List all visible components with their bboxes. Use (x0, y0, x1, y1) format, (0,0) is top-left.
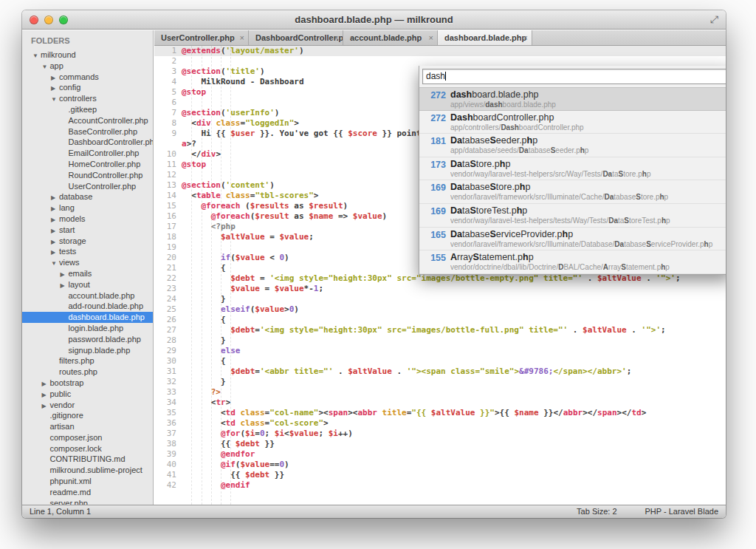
tab-close-icon[interactable]: × (240, 30, 244, 45)
tree-file-filters-php[interactable]: filters.php (22, 355, 153, 366)
code-line-36: 36 <td class="col-score"> (154, 418, 718, 429)
result-filepath: vendor/laravel/framework/src/Illuminate/… (450, 193, 725, 202)
code-line-1: 1@extends('layout/master') (154, 46, 718, 56)
goto-result-1[interactable]: 272dashboard.blade.phpapp/views/dashboar… (419, 87, 726, 111)
goto-result-3[interactable]: 181DatabaseSeeder.phpapp/database/seeds/… (419, 134, 726, 157)
tree-file-basecontroller-php[interactable]: BaseController.php (22, 126, 153, 137)
tab-size-label[interactable]: Tab Size: 2 (577, 505, 616, 518)
tree-item-label: commands (59, 72, 99, 81)
tab-dashboard-blade-php[interactable]: dashboard.blade.php× (438, 30, 532, 45)
tree-file-milkround-sublime-project[interactable]: milkround.sublime-project (22, 465, 153, 476)
tree-folder-models[interactable]: ▶models (22, 214, 153, 225)
title-bar[interactable]: dashboard.blade.php — milkround ⤢ (22, 10, 726, 30)
window-title: dashboard.blade.php — milkround (22, 14, 726, 25)
tree-file-dashboardcontroller-php[interactable]: DashboardController.php (22, 137, 153, 148)
tree-file--gitkeep[interactable]: .gitkeep (22, 104, 153, 115)
tab-account-blade-php[interactable]: account.blade.php× (343, 30, 438, 45)
line-number: 26 (154, 315, 176, 325)
tree-file-readme-md[interactable]: readme.md (22, 487, 153, 498)
tree-file-usercontroller-php[interactable]: UserController.php (22, 181, 153, 192)
tree-folder-app[interactable]: ▼app (22, 61, 153, 72)
tree-file-server-php[interactable]: server.php (22, 498, 153, 505)
tab-close-icon[interactable]: × (429, 30, 433, 45)
tree-folder-database[interactable]: ▶database (22, 191, 153, 202)
line-number: 16 (154, 211, 176, 222)
line-number: 34 (154, 398, 176, 408)
code-line-28: 28 } (154, 335, 718, 346)
line-number: 15 (154, 201, 176, 211)
tree-folder-start[interactable]: ▶start (22, 225, 153, 236)
tree-folder-lang[interactable]: ▶lang (22, 202, 153, 214)
tree-folder-storage[interactable]: ▶storage (22, 236, 153, 247)
goto-result-6[interactable]: 169DataStoreTest.phpvendor/way/laravel-t… (419, 204, 726, 228)
tree-file-account-blade-php[interactable]: account.blade.php (22, 290, 153, 301)
goto-result-4[interactable]: 173DataStore.phpvendor/way/laravel-test-… (419, 157, 726, 181)
goto-result-8[interactable]: 155ArrayStatement.phpvendor/doctrine/dba… (419, 250, 726, 274)
tree-folder-tests[interactable]: ▶tests (22, 246, 153, 257)
code-line-42: 42 @endif (154, 480, 718, 491)
tree-folder-public[interactable]: ▶public (22, 389, 153, 400)
tree-folder-layout[interactable]: ▶layout (22, 279, 153, 290)
tree-file-phpunit-xml[interactable]: phpunit.xml (22, 476, 153, 487)
tree-file-contributing-md[interactable]: CONTRIBUTING.md (22, 454, 153, 465)
goto-anything-input[interactable]: dash (422, 69, 726, 84)
goto-result-5[interactable]: 169DatabaseStore.phpvendor/laravel/frame… (419, 180, 726, 204)
line-number: 39 (154, 449, 176, 460)
goto-anything-results: 272dashboard.blade.phpapp/views/dashboar… (419, 87, 726, 274)
line-number: 5 (154, 87, 176, 98)
line-number: 3 (154, 67, 176, 77)
tree-file-login-blade-php[interactable]: login.blade.php (22, 323, 153, 334)
code-text: <td class="col-name"><span><abbr title="… (182, 408, 718, 418)
fullscreen-resize-icon[interactable]: ⤢ (710, 13, 718, 26)
tree-file-dashboard-blade-php[interactable]: dashboard.blade.php (22, 312, 153, 323)
tree-folder-controllers[interactable]: ▼controllers (22, 93, 153, 104)
tree-file-roundcontroller-php[interactable]: RoundController.php (22, 170, 153, 181)
tree-file--gitignore[interactable]: .gitignore (22, 410, 153, 421)
tree-folder-bootstrap[interactable]: ▶bootstrap (22, 378, 153, 389)
tab-close-icon[interactable]: × (523, 30, 528, 45)
tree-file-homecontroller-php[interactable]: HomeController.php (22, 159, 153, 170)
tree-file-emailcontroller-php[interactable]: EmailController.php (22, 148, 153, 159)
tree-file-composer-json[interactable]: composer.json (22, 432, 153, 443)
tree-item-label: views (59, 258, 80, 267)
tree-folder-views[interactable]: ▼views (22, 257, 153, 268)
tree-file-signup-blade-php[interactable]: signup.blade.php (22, 345, 153, 356)
code-line-22: 22 $debt = '<img style="height:30px" src… (154, 273, 718, 284)
tree-item-label: config (59, 83, 80, 92)
tree-folder-emails[interactable]: ▶emails (22, 268, 153, 279)
folders-header: FOLDERS (22, 30, 153, 50)
tree-folder-config[interactable]: ▶config (22, 82, 153, 93)
tree-folder-commands[interactable]: ▶commands (22, 72, 153, 83)
line-number: 18 (154, 232, 176, 242)
tab-close-icon[interactable]: × (334, 30, 339, 45)
tree-item-label: lang (59, 203, 75, 212)
tree-folder-vendor[interactable]: ▶vendor (22, 400, 153, 411)
tree-item-label: filters.php (59, 356, 94, 365)
code-line-25: 25 elseif($value>0) (154, 304, 718, 315)
tree-folder-milkround[interactable]: ▼milkround (22, 50, 153, 61)
match-score: 181 (424, 136, 446, 146)
goto-anything-palette: dash 272dashboard.blade.phpapp/views/das… (419, 66, 726, 275)
text-caret (445, 72, 446, 81)
tree-file-password-blade-php[interactable]: password.blade.php (22, 334, 153, 345)
tab-usercontroller-php[interactable]: UserController.php× (154, 30, 249, 45)
line-number: 6 (154, 98, 176, 108)
tree-item-label: .gitkeep (69, 105, 97, 114)
tree-item-label: public (50, 389, 72, 398)
tree-file-composer-lock[interactable]: composer.lock (22, 443, 153, 454)
line-number: 36 (154, 418, 176, 429)
goto-result-2[interactable]: 272DashboardController.phpapp/controller… (419, 111, 726, 134)
line-number: 32 (154, 377, 176, 387)
tab-dashboardcontroller-php[interactable]: DashboardController.php× (249, 30, 343, 45)
tree-file-artisan[interactable]: artisan (22, 421, 153, 432)
tree-file-add-round-blade-php[interactable]: add-round.blade.php (22, 301, 153, 312)
match-score: 169 (424, 183, 446, 193)
tree-file-accountcontroller-php[interactable]: AccountController.php (22, 115, 153, 126)
syntax-label[interactable]: PHP - Laravel Blade (645, 505, 718, 518)
app-window: dashboard.blade.php — milkround ⤢ FOLDER… (22, 10, 726, 518)
line-number: 30 (154, 356, 176, 366)
tree-item-label: RoundController.php (69, 171, 143, 180)
tab-label: DashboardController.php (255, 33, 343, 42)
goto-result-7[interactable]: 165DatabaseServiceProvider.phpvendor/lar… (419, 228, 726, 251)
tree-file-routes-php[interactable]: routes.php (22, 366, 153, 378)
